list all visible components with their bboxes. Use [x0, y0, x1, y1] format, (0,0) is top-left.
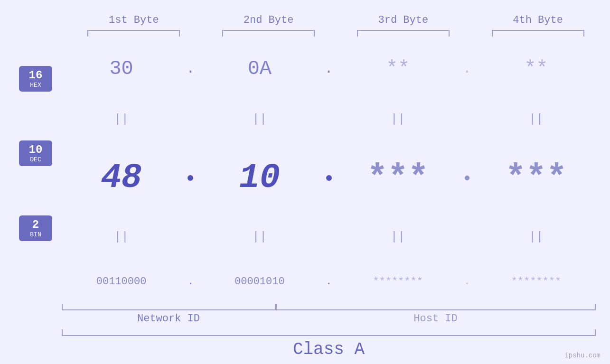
host-id-label: Host ID: [275, 313, 596, 325]
data-grid: 30 . 0A . ** . **: [62, 41, 610, 304]
dec-sep-3: [458, 176, 477, 180]
bracket-top-4: [492, 30, 584, 37]
id-labels: Network ID Host ID: [62, 313, 596, 325]
dec-cell-1: 48: [62, 159, 181, 197]
dec-dot-1: [188, 175, 193, 181]
eq-1: ||: [114, 112, 129, 126]
byte-col-3: 3rd Byte: [346, 14, 461, 37]
hex-cell-3: **: [338, 57, 458, 80]
dec-badge: 10 DEC: [19, 140, 52, 166]
hex-val-3: **: [386, 57, 410, 80]
class-bracket: [62, 329, 596, 336]
watermark: ipshu.com: [564, 352, 601, 359]
hex-sep-3: .: [458, 61, 477, 77]
dec-cell-2: 10: [200, 159, 319, 197]
dec-cell-4: ***: [477, 159, 596, 197]
bin-cell-4: ********: [477, 276, 596, 288]
dec-sep-1: [181, 175, 200, 181]
hex-val-2: 0A: [248, 57, 272, 80]
bin-cell-2: 00001010: [200, 276, 319, 288]
byte-col-2: 2nd Byte: [211, 14, 327, 37]
bin-num: 2: [24, 218, 47, 231]
eq-8: ||: [529, 230, 544, 244]
eq-4: ||: [529, 112, 544, 126]
byte-headers: 1st Byte 2nd Byte 3rd Byte 4th Byte: [0, 0, 610, 37]
byte-col-4: 4th Byte: [480, 14, 596, 37]
bin-cell-1: 00110000: [62, 276, 181, 288]
hex-cell-4: **: [477, 57, 596, 80]
bracket-top-1: [87, 30, 180, 37]
dec-val-2: 10: [239, 159, 280, 197]
hex-sep-2: .: [319, 61, 338, 77]
dec-name: DEC: [24, 156, 47, 163]
byte-header-1: 1st Byte: [109, 14, 159, 26]
dec-val-4: ***: [506, 159, 567, 197]
eq-2: ||: [252, 112, 267, 126]
dec-val-1: 48: [101, 159, 141, 197]
hex-val-1: 30: [109, 57, 133, 80]
eq-6: ||: [252, 230, 267, 244]
sub-brackets: [62, 304, 596, 310]
hex-sep-1: .: [181, 61, 200, 77]
eq-5: ||: [114, 230, 129, 244]
bin-val-2: 00001010: [235, 276, 285, 288]
bracket-top-3: [357, 30, 450, 37]
hex-num: 16: [24, 69, 47, 82]
byte-header-3: 3rd Byte: [378, 14, 429, 26]
label-col: 16 HEX 10 DEC 2 BIN: [0, 41, 62, 304]
bin-sep-3: .: [458, 276, 477, 288]
eq-7: ||: [391, 230, 405, 244]
bin-name: BIN: [24, 231, 47, 238]
bin-cell-3: ********: [338, 276, 458, 288]
host-bracket: [276, 304, 596, 310]
hex-badge: 16 HEX: [19, 66, 52, 92]
bin-row: 00110000 . 00001010 . ******** .: [62, 276, 596, 288]
equals-row-1: || || || ||: [62, 112, 596, 126]
class-label: Class A: [62, 340, 596, 359]
dec-row: 48 10 *** ***: [62, 159, 596, 197]
hex-cell-1: 30: [62, 57, 181, 80]
content-area: 16 HEX 10 DEC 2 BIN 30 .: [0, 41, 610, 304]
eq-3: ||: [391, 112, 405, 126]
hex-name: HEX: [24, 82, 47, 89]
byte-header-4: 4th Byte: [513, 14, 563, 26]
byte-header-2: 2nd Byte: [244, 14, 294, 26]
hex-row: 30 . 0A . ** . **: [62, 57, 596, 80]
main-container: 1st Byte 2nd Byte 3rd Byte 4th Byte: [0, 0, 610, 364]
hex-val-4: **: [524, 57, 548, 80]
dec-sep-2: [319, 175, 338, 181]
dec-dot-2: [326, 175, 332, 181]
dec-val-3: ***: [367, 159, 429, 197]
hex-cell-2: 0A: [200, 57, 319, 80]
byte-col-1: 1st Byte: [76, 14, 192, 37]
bin-sep-2: .: [319, 276, 338, 288]
bottom-section: Network ID Host ID Class A: [0, 304, 610, 364]
bin-badge: 2 BIN: [19, 215, 52, 241]
network-id-label: Network ID: [62, 313, 275, 325]
dec-cell-3: ***: [338, 159, 458, 197]
bin-sep-1: .: [181, 276, 200, 288]
equals-row-2: || || || ||: [62, 230, 596, 244]
bin-val-3: ********: [373, 276, 423, 288]
bracket-top-2: [222, 30, 315, 37]
bin-val-1: 00110000: [96, 276, 147, 288]
dec-dot-3: [465, 176, 469, 180]
bin-val-4: ********: [511, 276, 562, 288]
dec-num: 10: [24, 143, 47, 156]
network-bracket: [62, 304, 276, 310]
